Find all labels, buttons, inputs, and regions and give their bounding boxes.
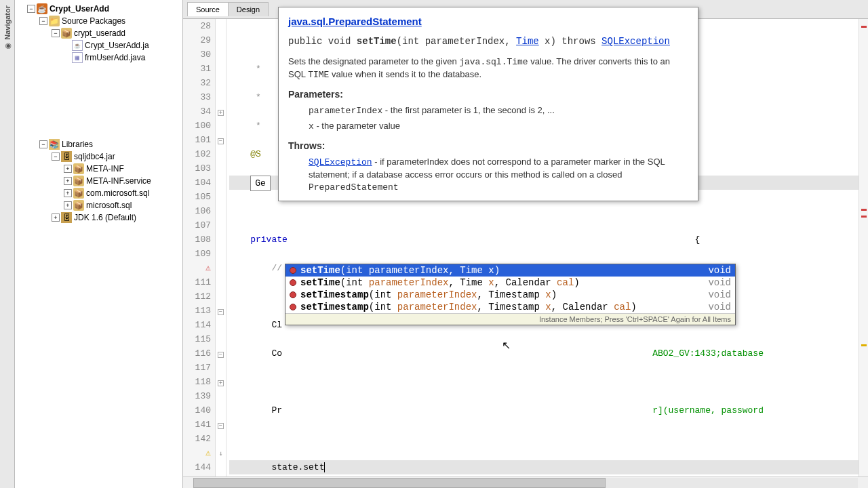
expand-icon[interactable]: + [64, 201, 72, 209]
method-icon [290, 291, 296, 298]
javadoc-tooltip: java.sql.PreparedStatement public void s… [278, 7, 698, 201]
fold-expand-icon[interactable]: + [218, 110, 224, 116]
tree-package[interactable]: − 📦 crypt_useradd [18, 27, 180, 39]
javadoc-throws-link[interactable]: SQLException [309, 157, 372, 167]
expand-icon[interactable]: + [64, 165, 72, 173]
package-icon: 📦 [61, 28, 72, 39]
completion-hint: Instance Members; Press 'Ctrl+SPACE' Aga… [285, 313, 735, 325]
expand-icon[interactable]: + [64, 177, 72, 185]
project-icon: ☕ [37, 3, 47, 14]
collapse-icon[interactable]: − [39, 140, 47, 148]
collapse-icon[interactable]: − [27, 5, 35, 13]
editor-horizontal-scrollbar[interactable] [183, 476, 868, 488]
line-number-gutter: 28293031323334 100101102103104105106 107… [183, 19, 216, 476]
tree-libraries[interactable]: − 📚 Libraries [18, 138, 180, 150]
fold-collapse-icon[interactable]: − [218, 138, 224, 144]
tree-package[interactable]: + 📦 microsoft.sql [18, 199, 180, 211]
tree-package[interactable]: + 📦 META-INF.service [18, 175, 180, 187]
collapse-icon[interactable]: − [52, 152, 60, 161]
method-icon [290, 304, 296, 310]
javadoc-type-link[interactable]: Time [516, 36, 539, 47]
fold-expand-icon[interactable]: + [218, 380, 224, 386]
project-tree-panel: − ☕ Crypt_UserAdd − 📁 Source Packages − … [15, 0, 183, 488]
navigator-tab[interactable]: ◉ Navigator [0, 0, 15, 488]
completion-item[interactable]: setTimestamp(int parameterIndex, Timesta… [285, 289, 735, 301]
package-icon: 📦 [73, 188, 84, 199]
tree-source-packages[interactable]: − 📁 Source Packages [18, 15, 180, 27]
tree-java-file[interactable]: ▦ frmUserAdd.java [18, 52, 180, 64]
expand-icon[interactable]: + [52, 214, 60, 222]
tree-jar[interactable]: − 🗄 sqljdbc4.jar [18, 150, 180, 163]
fold-gutter: + − − − + − ↓ [216, 19, 226, 476]
design-tab[interactable]: Design [228, 2, 269, 16]
text-caret [324, 462, 325, 472]
tree-jdk[interactable]: + 🗄 JDK 1.6 (Default) [18, 211, 180, 224]
method-icon [290, 267, 296, 274]
jar-icon: 🗄 [61, 151, 72, 162]
tree-package[interactable]: + 📦 com.microsoft.sql [18, 187, 180, 199]
fold-collapse-icon[interactable]: − [218, 309, 224, 315]
tree-project-root[interactable]: − ☕ Crypt_UserAdd [18, 3, 180, 15]
code-completion-popup: setTime(int parameterIndex, Time x) void… [285, 264, 736, 325]
method-icon [290, 279, 296, 286]
collapse-icon[interactable]: − [52, 29, 60, 37]
java-form-icon: ▦ [72, 52, 83, 63]
completion-item[interactable]: setTime(int parameterIndex, Time x) void [285, 264, 735, 277]
completion-item[interactable]: setTimestamp(int parameterIndex, Timesta… [285, 301, 735, 313]
libraries-icon: 📚 [49, 139, 60, 150]
package-icon: 📦 [73, 200, 84, 211]
collapse-icon[interactable]: − [39, 17, 47, 25]
javadoc-class-link[interactable]: java.sql.PreparedStatement [288, 16, 422, 27]
jdk-icon: 🗄 [61, 212, 72, 223]
expand-icon[interactable]: + [64, 189, 72, 197]
java-file-icon: ☕ [72, 40, 83, 51]
fold-collapse-icon[interactable]: − [218, 423, 224, 429]
package-icon: 📦 [73, 163, 84, 174]
javadoc-exception-link[interactable]: SQLException [601, 36, 670, 47]
package-icon: 📦 [73, 176, 84, 186]
fold-collapse-icon[interactable]: − [218, 352, 224, 358]
error-stripe[interactable] [859, 19, 868, 476]
package-folder-icon: 📁 [49, 16, 60, 26]
tree-java-file[interactable]: ☕ Crypt_UserAdd.ja [18, 39, 180, 52]
tree-package[interactable]: + 📦 META-INF [18, 163, 180, 175]
source-tab[interactable]: Source [187, 2, 229, 16]
completion-item[interactable]: setTime(int parameterIndex, Time x, Cale… [285, 277, 735, 289]
